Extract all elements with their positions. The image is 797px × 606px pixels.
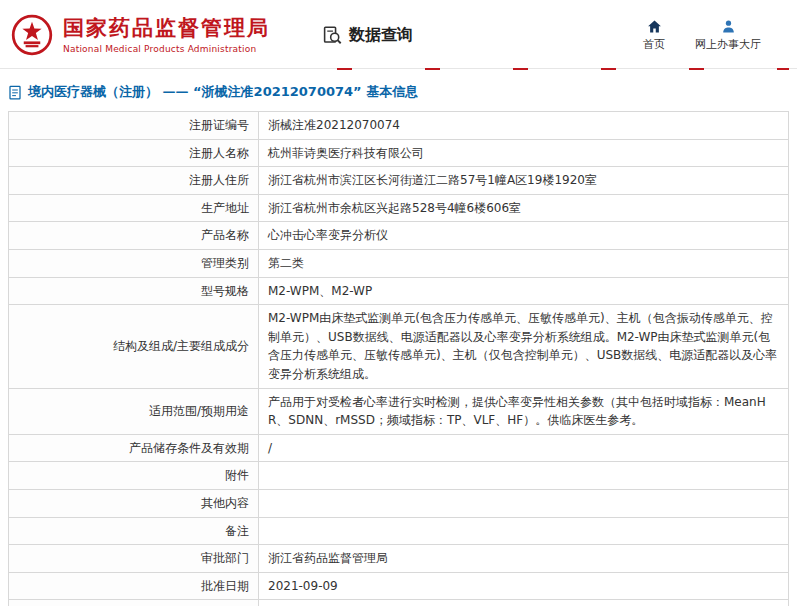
row-value — [259, 489, 789, 517]
red-dash-decoration — [337, 68, 789, 70]
row-value: 杭州菲诗奥医疗科技有限公司 — [259, 139, 789, 167]
page-title: 境内医疗器械（注册） —— “浙械注准20212070074” 基本信息 — [8, 83, 789, 101]
row-value: 第二类 — [259, 249, 789, 277]
table-row: 注册人名称杭州菲诗奥医疗科技有限公司 — [9, 139, 789, 167]
table-row: 附件 — [9, 462, 789, 490]
section-title-label: 数据查询 — [349, 25, 413, 46]
top-nav: 首页 网上办事大厅 — [643, 19, 787, 52]
table-row: 型号规格M2-WPM、M2-WP — [9, 277, 789, 305]
row-label: 生效日期 — [9, 600, 259, 606]
row-label: 审批部门 — [9, 545, 259, 573]
org-name-en: National Medical Products Administration — [63, 44, 270, 54]
row-value: 浙械注准20212070074 — [259, 112, 789, 140]
national-emblem-logo — [10, 13, 54, 57]
row-value: 2021-09-09 — [259, 572, 789, 600]
row-label: 适用范围/预期用途 — [9, 388, 259, 434]
registration-info-table: 注册证编号浙械注准20212070074注册人名称杭州菲诗奥医疗科技有限公司注册… — [8, 111, 789, 606]
nav-home[interactable]: 首页 — [643, 19, 665, 52]
row-value: M2-WPM、M2-WP — [259, 277, 789, 305]
row-label: 备注 — [9, 517, 259, 545]
row-value: 心冲击心率变异分析仪 — [259, 222, 789, 250]
row-label: 其他内容 — [9, 489, 259, 517]
table-row: 注册证编号浙械注准20212070074 — [9, 112, 789, 140]
data-query-icon — [322, 25, 343, 46]
table-row: 其他内容 — [9, 489, 789, 517]
brand-text: 国家药品监督管理局 National Medical Products Admi… — [63, 16, 270, 53]
row-label: 管理类别 — [9, 249, 259, 277]
table-row: 结构及组成/主要组成成分M2-WPM由床垫式监测单元(包含压力传感单元、压敏传感… — [9, 305, 789, 388]
row-label: 型号规格 — [9, 277, 259, 305]
row-label: 产品储存条件及有效期 — [9, 434, 259, 462]
nav-home-label: 首页 — [643, 37, 665, 52]
row-label: 注册证编号 — [9, 112, 259, 140]
site-header: 国家药品监督管理局 National Medical Products Admi… — [0, 0, 797, 68]
header-divider — [0, 68, 797, 70]
row-value: M2-WPM由床垫式监测单元(包含压力传感单元、压敏传感单元)、主机（包含振动传… — [259, 305, 789, 388]
table-row: 备注 — [9, 517, 789, 545]
table-row: 生效日期 — [9, 600, 789, 606]
page-title-text: 境内医疗器械（注册） —— “浙械注准20212070074” 基本信息 — [28, 83, 418, 101]
nav-service-hall[interactable]: 网上办事大厅 — [695, 19, 761, 52]
row-label: 附件 — [9, 462, 259, 490]
row-label: 产品名称 — [9, 222, 259, 250]
row-value — [259, 462, 789, 490]
row-value — [259, 600, 789, 606]
table-row: 注册人住所浙江省杭州市滨江区长河街道江二路57号1幢A区19楼1920室 — [9, 167, 789, 195]
row-value: 浙江省药品监督管理局 — [259, 545, 789, 573]
document-icon — [8, 85, 22, 100]
home-icon — [647, 19, 662, 34]
row-value: 浙江省杭州市滨江区长河街道江二路57号1幢A区19楼1920室 — [259, 167, 789, 195]
table-row: 适用范围/预期用途产品用于对受检者心率进行实时检测，提供心率变异性相关参数（其中… — [9, 388, 789, 434]
row-value: 产品用于对受检者心率进行实时检测，提供心率变异性相关参数（其中包括时域指标：Me… — [259, 388, 789, 434]
row-value — [259, 517, 789, 545]
row-value: / — [259, 434, 789, 462]
row-label: 注册人住所 — [9, 167, 259, 195]
row-label: 注册人名称 — [9, 139, 259, 167]
row-label: 结构及组成/主要组成成分 — [9, 305, 259, 388]
nav-service-hall-label: 网上办事大厅 — [695, 37, 761, 52]
brand-logo-block[interactable]: 国家药品监督管理局 National Medical Products Admi… — [10, 13, 270, 57]
row-label: 批准日期 — [9, 572, 259, 600]
org-name-cn: 国家药品监督管理局 — [63, 16, 270, 40]
row-label: 生产地址 — [9, 194, 259, 222]
section-data-query: 数据查询 — [322, 25, 413, 46]
table-row: 批准日期2021-09-09 — [9, 572, 789, 600]
row-value: 浙江省杭州市余杭区兴起路528号4幢6楼606室 — [259, 194, 789, 222]
table-row: 产品名称心冲击心率变异分析仪 — [9, 222, 789, 250]
table-row: 生产地址浙江省杭州市余杭区兴起路528号4幢6楼606室 — [9, 194, 789, 222]
person-icon — [721, 19, 736, 34]
table-row: 审批部门浙江省药品监督管理局 — [9, 545, 789, 573]
table-row: 管理类别第二类 — [9, 249, 789, 277]
table-row: 产品储存条件及有效期/ — [9, 434, 789, 462]
